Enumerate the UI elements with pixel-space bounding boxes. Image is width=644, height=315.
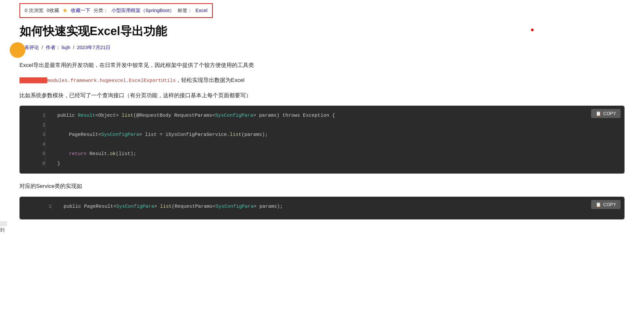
- separator1: /: [42, 45, 44, 50]
- code-inline-class: modules.framework.hugeexcel.ExcelExportU…: [47, 78, 176, 84]
- copy-label-1: COPY: [603, 111, 616, 116]
- table-row: 6 }: [19, 159, 625, 169]
- sidebar-item: 刘: [0, 221, 7, 226]
- code-block-1: 📋 COPY 1 public Result<Object> list(@Req…: [19, 106, 625, 174]
- code-block-2: 📋 COPY 1 public PageResult<SysConfigPara…: [19, 197, 625, 219]
- code-table-2: 1 public PageResult<SysConfigPara> list(…: [19, 202, 625, 212]
- tag-label: 标签：: [178, 7, 192, 14]
- author-name[interactable]: liujh: [62, 45, 70, 50]
- table-row: 1 public Result<Object> list(@RequestBod…: [19, 111, 625, 121]
- author-label: 作者：: [46, 45, 60, 50]
- line-code: public PageResult<SysConfigPara> list(Re…: [52, 202, 625, 212]
- body-para3: 对应的Service类的实现如: [19, 181, 625, 191]
- separator2: /: [73, 45, 76, 50]
- article-title: 如何快速实现Excel导出功能: [19, 24, 625, 39]
- favorites-count: 0收藏: [47, 7, 59, 14]
- article-body-2: 对应的Service类的实现如: [19, 181, 625, 191]
- copy-button-2[interactable]: 📋 COPY: [591, 200, 621, 209]
- category-value: 小型应用框架（SpringBoot）: [111, 7, 174, 14]
- copy-label-2: COPY: [603, 202, 616, 207]
- meta-bar: 0 次浏览 0收藏 ★ 收藏一下 分类： 小型应用框架（SpringBoot） …: [19, 3, 213, 18]
- line-code: }: [45, 159, 625, 169]
- copy-button-1[interactable]: 📋 COPY: [591, 109, 621, 118]
- line-num: 5: [19, 149, 45, 159]
- line-num: 4: [19, 140, 45, 150]
- line-code: return Result.ok(list);: [45, 149, 625, 159]
- line-num: 3: [19, 130, 45, 140]
- tag-value: Excel: [196, 7, 208, 14]
- copy-icon-2: 📋: [596, 202, 601, 207]
- line-num: 1: [19, 202, 52, 212]
- collect-link[interactable]: 收藏一下: [71, 7, 90, 14]
- body-para2: 比如系统参数模块，已经写了一个查询接口（有分页功能，这样的接口基本上每个页面都要…: [19, 91, 625, 101]
- red-dot-decoration: [531, 29, 534, 31]
- orange-circle-decoration: [10, 42, 25, 58]
- views-count: 0 次浏览: [25, 7, 44, 14]
- line-num: 2: [19, 121, 45, 130]
- table-row: 5 return Result.ok(list);: [19, 149, 625, 159]
- table-row: 2: [19, 121, 625, 130]
- redacted-text: ████████: [19, 77, 47, 83]
- page-wrapper: 0 次浏览 0收藏 ★ 收藏一下 分类： 小型应用框架（SpringBoot） …: [0, 0, 644, 315]
- author-line: 发表评论 / 作者： liujh / 2023年7月21日: [19, 44, 625, 51]
- line-code: [45, 140, 625, 150]
- line-code: PageResult<SysConfigPara> list = iSysCon…: [45, 130, 625, 140]
- table-row: 1 public PageResult<SysConfigPara> list(…: [19, 202, 625, 212]
- line-code: public Result<Object> list(@RequestBody …: [45, 111, 625, 121]
- copy-icon-1: 📋: [596, 111, 601, 116]
- line-num: 1: [19, 111, 45, 121]
- code-table-1: 1 public Result<Object> list(@RequestBod…: [19, 111, 625, 168]
- table-row: 4: [19, 140, 625, 150]
- article-date[interactable]: 2023年7月21日: [77, 45, 110, 50]
- line-code: [45, 121, 625, 130]
- line-num: 6: [19, 159, 45, 169]
- table-row: 3 PageResult<SysConfigPara> list = iSysC…: [19, 130, 625, 140]
- body-para1: Excel导出是最常用的开发功能，在日常开发中较常见，因此框架中提供了个较方便使…: [19, 60, 625, 71]
- category-label: 分类：: [94, 7, 108, 14]
- article-body: Excel导出是最常用的开发功能，在日常开发中较常见，因此框架中提供了个较方便使…: [19, 60, 625, 101]
- body-para1-code: ████████modules.framework.hugeexcel.Exce…: [19, 75, 625, 85]
- star-icon: ★: [62, 6, 68, 15]
